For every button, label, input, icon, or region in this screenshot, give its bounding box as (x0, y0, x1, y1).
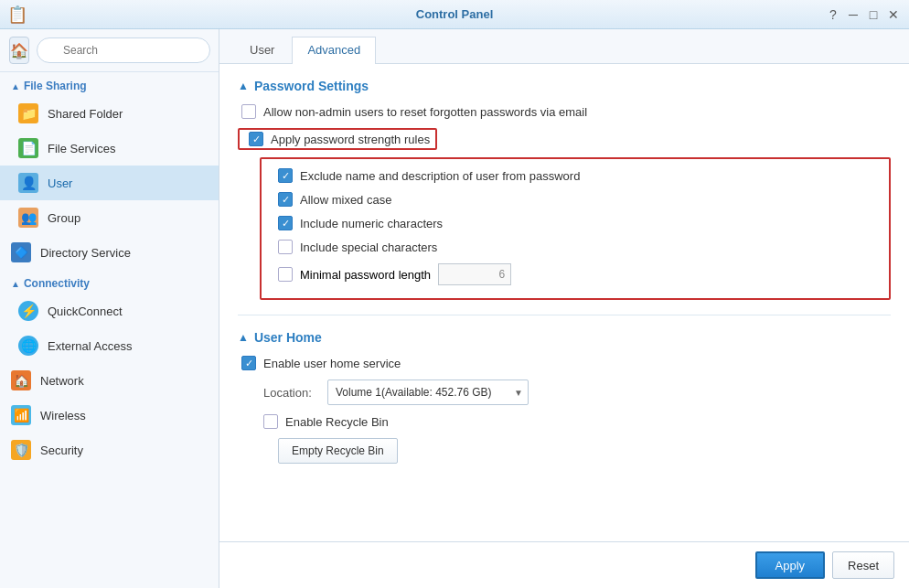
sidebar-item-label: File Services (48, 142, 115, 155)
external-access-icon: 🌐 (18, 336, 38, 356)
label-numeric: Include numeric characters (300, 217, 443, 230)
tab-bar: User Advanced (219, 29, 909, 64)
location-row: Location: Volume 1(Available: 452.76 GB)… (238, 380, 891, 405)
section-label-connectivity: Connectivity (24, 277, 90, 290)
checkbox-row-reset-email: Allow non-admin users to reset forgotten… (238, 104, 891, 119)
sidebar-item-label: Shared Folder (48, 107, 123, 121)
chevron-down-icon: ▲ (11, 279, 20, 289)
user-home-header: ▲ User Home (238, 330, 891, 345)
search-input[interactable] (37, 37, 210, 63)
divider-1 (238, 315, 891, 315)
quickconnect-icon: ⚡ (18, 301, 38, 321)
checkbox-min-length[interactable] (278, 267, 293, 282)
sidebar-section-connectivity[interactable]: ▲ Connectivity (0, 270, 219, 294)
reset-button[interactable]: Reset (832, 551, 894, 579)
section-title-password: Password Settings (254, 79, 369, 93)
close-button[interactable]: ✕ (885, 6, 902, 23)
app-container: 🏠 🔍 ▲ File Sharing 📁 Shared Folder 📄 Fil… (0, 29, 909, 588)
location-label: Location: (263, 386, 318, 400)
wireless-icon: 📶 (11, 405, 31, 425)
checkbox-row-recycle-bin: Enable Recycle Bin (238, 414, 891, 429)
group-icon: 👥 (18, 208, 38, 228)
strength-rules-box: ✓ Exclude name and description of user f… (260, 157, 891, 300)
checkbox-row-mixed-case: ✓ Allow mixed case (274, 192, 876, 207)
checkbox-enable-home[interactable]: ✓ (241, 356, 256, 370)
sidebar-item-label: External Access (48, 339, 133, 353)
sidebar-item-file-services[interactable]: 📄 File Services (0, 131, 219, 166)
content-wrapper: 🏠 🔍 ▲ File Sharing 📁 Shared Folder 📄 Fil… (0, 29, 909, 588)
directory-icon: 🔷 (11, 242, 31, 262)
home-button[interactable]: 🏠 (9, 37, 29, 64)
sidebar-item-label: User (48, 176, 72, 190)
sidebar-item-label: QuickConnect (48, 305, 123, 318)
min-length-row: Minimal password length (274, 263, 876, 285)
label-mixed-case: Allow mixed case (300, 193, 391, 207)
sidebar-item-shared-folder[interactable]: 📁 Shared Folder (0, 96, 219, 131)
sidebar-section-file-sharing[interactable]: ▲ File Sharing (0, 72, 219, 96)
label-special: Include special characters (300, 241, 437, 254)
apply-button[interactable]: Apply (755, 551, 826, 579)
sidebar-item-network[interactable]: 🏠 Network (0, 363, 219, 398)
checkbox-row-enable-home: ✓ Enable user home service (238, 356, 891, 370)
help-button[interactable]: ? (825, 6, 841, 23)
sidebar-item-label: Group (48, 211, 80, 225)
sidebar-item-label: Directory Service (40, 246, 131, 260)
title-bar-left: 📋 (7, 5, 27, 25)
checkbox-row-strength-rules: ✓ Apply password strength rules (245, 132, 430, 146)
file-services-icon: 📄 (18, 138, 38, 158)
section-title-user-home: User Home (254, 330, 322, 345)
checkbox-reset-email[interactable] (241, 104, 256, 119)
section-label-file-sharing: File Sharing (24, 80, 87, 92)
label-reset-email: Allow non-admin users to reset forgotten… (263, 105, 587, 119)
title-bar: 📋 Control Panel ? ─ □ ✕ (0, 0, 909, 29)
sidebar-item-label: Network (40, 374, 84, 388)
sidebar-item-label: Wireless (40, 409, 86, 422)
folder-icon: 📁 (18, 103, 38, 123)
network-icon: 🏠 (11, 370, 31, 390)
checkbox-strength-rules[interactable]: ✓ (249, 132, 263, 146)
checkbox-mixed-case[interactable]: ✓ (278, 192, 293, 207)
checkbox-row-special: Include special characters (274, 240, 876, 254)
checkbox-exclude-name[interactable]: ✓ (278, 168, 293, 183)
sidebar-item-label: Security (40, 444, 83, 457)
window-title: Control Panel (416, 7, 494, 21)
sidebar: 🏠 🔍 ▲ File Sharing 📁 Shared Folder 📄 Fil… (0, 29, 219, 588)
strength-rules-outer-box: ✓ Apply password strength rules (238, 128, 437, 150)
empty-recycle-bin-button[interactable]: Empty Recycle Bin (278, 438, 398, 464)
min-length-input[interactable] (438, 263, 511, 285)
user-icon: 👤 (18, 173, 38, 193)
sidebar-item-user[interactable]: 👤 User (0, 166, 219, 200)
checkbox-numeric[interactable]: ✓ (278, 216, 293, 230)
sidebar-item-group[interactable]: 👥 Group (0, 200, 219, 235)
location-select-wrapper: Volume 1(Available: 452.76 GB) ▼ (327, 380, 529, 405)
chevron-up-icon: ▲ (238, 80, 249, 92)
maximize-button[interactable]: □ (865, 6, 882, 23)
checkbox-recycle-bin[interactable] (263, 414, 278, 429)
checkbox-row-numeric: ✓ Include numeric characters (274, 216, 876, 230)
location-select[interactable]: Volume 1(Available: 452.76 GB) (327, 380, 529, 405)
checkbox-special[interactable] (278, 240, 293, 254)
label-exclude-name: Exclude name and description of user fro… (300, 169, 580, 183)
minimize-button[interactable]: ─ (845, 6, 861, 23)
app-icon: 📋 (7, 5, 27, 25)
title-bar-controls: ? ─ □ ✕ (825, 6, 902, 23)
checkbox-row-exclude-name: ✓ Exclude name and description of user f… (274, 168, 876, 183)
security-icon: 🛡️ (11, 440, 31, 460)
tab-advanced[interactable]: Advanced (292, 37, 376, 64)
label-recycle-bin: Enable Recycle Bin (285, 415, 389, 429)
sidebar-item-external-access[interactable]: 🌐 External Access (0, 328, 219, 363)
content-footer: Apply Reset (219, 541, 909, 588)
sidebar-item-directory-service[interactable]: 🔷 Directory Service (0, 235, 219, 270)
main-content: User Advanced ▲ Password Settings Allow … (219, 29, 909, 588)
empty-recycle-bin-area: Empty Recycle Bin (238, 438, 891, 464)
label-min-length: Minimal password length (300, 268, 431, 282)
sidebar-item-wireless[interactable]: 📶 Wireless (0, 398, 219, 433)
label-enable-home: Enable user home service (263, 357, 401, 370)
tab-user[interactable]: User (234, 37, 290, 64)
chevron-down-icon: ▲ (11, 81, 20, 91)
content-area: ▲ Password Settings Allow non-admin user… (219, 64, 909, 541)
sidebar-item-security[interactable]: 🛡️ Security (0, 433, 219, 467)
search-wrapper: 🔍 (37, 37, 210, 63)
chevron-up-icon-2: ▲ (238, 331, 249, 344)
sidebar-item-quickconnect[interactable]: ⚡ QuickConnect (0, 294, 219, 328)
